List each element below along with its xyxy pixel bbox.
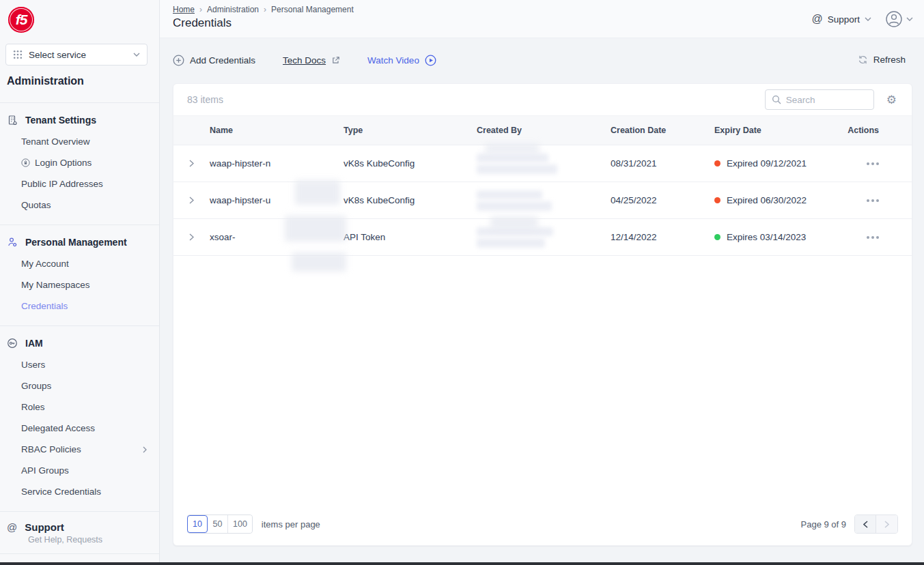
sidebar-support[interactable]: @ Support Get Help, Requests <box>0 511 159 554</box>
sidebar-item-delegated-access[interactable]: Delegated Access <box>0 418 159 439</box>
breadcrumb-separator: › <box>199 5 202 14</box>
watch-video-label: Watch Video <box>367 55 419 66</box>
sidebar-item-tenant-overview[interactable]: Tenant Overview <box>0 131 159 152</box>
sidebar-heading-label: IAM <box>25 338 43 349</box>
redacted-created-by <box>477 164 557 174</box>
row-actions-ellipsis-icon[interactable] <box>865 197 880 205</box>
redacted-overlay <box>292 252 346 272</box>
sidebar-item-label: API Groups <box>21 465 69 476</box>
items-per-page-label: items per page <box>262 519 320 530</box>
status-dot <box>714 160 720 166</box>
sidebar-item-api-groups[interactable]: API Groups <box>0 460 159 481</box>
search-input[interactable] <box>786 95 861 105</box>
sidebar-item-credentials[interactable]: Credentials <box>0 295 159 317</box>
support-menu[interactable]: @ Support <box>811 14 871 25</box>
watch-video-link[interactable]: Watch Video <box>367 55 436 66</box>
sidebar-item-label: Tenant Overview <box>21 136 90 147</box>
page-status: Page 9 of 9 <box>801 519 847 530</box>
sidebar-section-tenant-settings: Tenant Settings Tenant Overview Login Op… <box>0 102 159 224</box>
sidebar-item-rbac-policies[interactable]: RBAC Policies <box>0 439 159 460</box>
account-menu[interactable] <box>885 10 913 28</box>
service-selector[interactable]: Select service <box>5 44 148 66</box>
gear-icon[interactable]: ⚙ <box>886 94 897 106</box>
f5-logo[interactable]: f5 <box>8 7 34 33</box>
sidebar-heading-personal-management[interactable]: Personal Management <box>0 234 159 253</box>
sidebar-item-my-namespaces[interactable]: My Namespaces <box>0 274 159 295</box>
table-row: waap-hipster-u vK8s KubeConfig 04/25/202… <box>173 182 912 219</box>
table-header: Name Type Created By Creation Date Expir… <box>173 115 912 145</box>
page-toolbar: Add Credentials Tech Docs Watch Video <box>160 38 924 83</box>
status-dot <box>714 234 720 240</box>
expiry-cell: Expired 09/12/2021 <box>714 158 814 169</box>
row-actions-ellipsis-icon[interactable] <box>865 233 880 242</box>
credentials-panel: 83 items ⚙ Name Type Created By Creation… <box>173 83 912 546</box>
play-circle-icon <box>425 55 436 66</box>
row-expand-chevron-icon[interactable] <box>173 197 210 204</box>
redacted-created-by <box>477 227 553 236</box>
creation-date: 04/25/2022 <box>611 195 714 205</box>
sidebar-item-my-account[interactable]: My Account <box>0 253 159 274</box>
credential-name: waap-hipster-n <box>210 158 270 169</box>
column-header-created-by[interactable]: Created By <box>477 126 611 135</box>
redacted-created-by <box>477 154 548 162</box>
sidebar-item-public-ip-addresses[interactable]: Public IP Addresses <box>0 173 159 194</box>
tech-docs-link[interactable]: Tech Docs <box>283 55 340 66</box>
next-page-button[interactable] <box>876 515 897 533</box>
add-credentials-button[interactable]: Add Credentials <box>173 55 255 66</box>
row-expand-chevron-icon[interactable] <box>173 233 210 241</box>
plus-circle-icon <box>173 55 184 66</box>
page-size-50-button[interactable]: 50 <box>208 515 228 533</box>
chevron-right-icon <box>143 446 147 453</box>
sidebar-item-label: Roles <box>21 402 45 412</box>
row-actions-ellipsis-icon[interactable] <box>865 160 880 168</box>
sidebar-item-label: Credentials <box>21 301 68 311</box>
sidebar-support-label: Support <box>25 521 64 533</box>
page-size-100-button[interactable]: 100 <box>228 515 252 533</box>
sidebar-item-label: Login Options <box>35 158 92 168</box>
at-sign-icon: @ <box>7 522 17 532</box>
column-header-name[interactable]: Name <box>210 126 344 135</box>
sidebar-heading-tenant-settings[interactable]: Tenant Settings <box>0 112 159 131</box>
status-dot <box>714 197 720 203</box>
breadcrumb-home-link[interactable]: Home <box>173 5 195 14</box>
add-credentials-label: Add Credentials <box>190 55 255 66</box>
refresh-button[interactable]: Refresh <box>858 55 906 65</box>
creation-date: 08/31/2021 <box>611 158 714 169</box>
panel-toolbar: 83 items ⚙ <box>173 84 912 115</box>
expiry-text: Expired 09/12/2021 <box>727 158 807 169</box>
credential-type: vK8s KubeConfig <box>344 195 477 205</box>
redacted-overlay <box>485 144 540 154</box>
column-header-creation-date[interactable]: Creation Date <box>611 126 714 135</box>
sidebar-item-roles[interactable]: Roles <box>0 396 159 418</box>
row-expand-chevron-icon[interactable] <box>173 160 210 167</box>
chevron-down-icon <box>906 17 913 21</box>
page-size-10-button[interactable]: 10 <box>187 515 208 533</box>
sidebar-item-groups[interactable]: Groups <box>0 375 159 396</box>
breadcrumb-administration: Administration <box>207 5 259 14</box>
previous-page-button[interactable] <box>855 515 876 533</box>
redacted-created-by <box>477 238 545 248</box>
tech-docs-label: Tech Docs <box>283 55 326 66</box>
sidebar-item-label: Public IP Addresses <box>21 179 103 189</box>
column-header-type[interactable]: Type <box>344 126 477 135</box>
created-by-cell <box>477 227 611 248</box>
actions-cell <box>814 197 912 205</box>
created-by-cell <box>477 190 611 211</box>
sidebar-item-service-credentials[interactable]: Service Credentials <box>0 481 159 502</box>
sidebar-item-label: Groups <box>21 381 51 391</box>
search-icon <box>772 95 781 104</box>
table-footer: 10 50 100 items per page Page 9 of 9 <box>173 503 912 545</box>
sidebar-item-users[interactable]: Users <box>0 354 159 375</box>
support-menu-label: Support <box>828 14 860 25</box>
page-size-group: 10 50 100 <box>187 515 253 534</box>
sso-lock-icon <box>21 158 30 167</box>
expiry-text: Expired 06/30/2022 <box>727 195 807 205</box>
sidebar-item-label: Quotas <box>21 200 51 210</box>
sidebar-item-login-options[interactable]: Login Options <box>0 152 159 173</box>
column-header-expiry-date[interactable]: Expiry Date <box>714 126 814 135</box>
redacted-created-by <box>477 201 552 211</box>
sidebar-item-quotas[interactable]: Quotas <box>0 194 159 216</box>
sidebar-section-personal-management: Personal Management My Account My Namesp… <box>0 224 159 325</box>
sidebar-heading-iam[interactable]: IAM <box>0 335 159 354</box>
sidebar-item-label: Delegated Access <box>21 423 95 433</box>
